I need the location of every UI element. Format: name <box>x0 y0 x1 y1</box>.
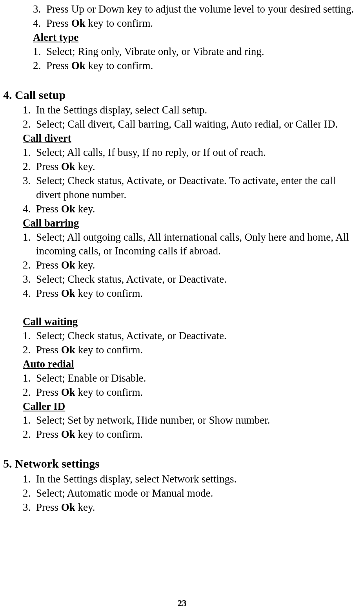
step-text: In the Settings display, select Network … <box>36 472 359 486</box>
bold-key: Ok <box>61 386 75 398</box>
list-item: 2. Press Ok key to confirm. <box>23 428 359 442</box>
section-heading-network-settings: 5. Network settings <box>3 456 362 471</box>
step-text: Press Ok key to confirm. <box>36 287 359 301</box>
text-suffix: key. <box>75 161 95 172</box>
step-number: 3. <box>23 501 36 515</box>
step-number: 3. <box>23 174 36 202</box>
sub-heading-call-barring: Call barring <box>23 216 359 230</box>
step-number: 1. <box>23 472 36 486</box>
bold-key: Ok <box>71 17 86 29</box>
page-number: 23 <box>0 598 364 609</box>
step-number: 4. <box>33 16 46 31</box>
bold-key: Ok <box>61 501 75 513</box>
section-heading-call-setup: 4. Call setup <box>3 87 362 103</box>
list-item: 2. Select; Call divert, Call barring, Ca… <box>23 117 359 132</box>
list-item: 1. In the Settings display, select Netwo… <box>23 472 359 486</box>
text-prefix: Press <box>36 203 61 215</box>
list-item: 4. Press Ok key to confirm. <box>23 287 359 301</box>
bold-key: Ok <box>61 344 75 356</box>
step-number: 1. <box>23 329 36 343</box>
list-item: 1. Select; Set by network, Hide number, … <box>23 413 359 428</box>
step-text: Select; Set by network, Hide number, or … <box>36 413 359 428</box>
text-prefix: Press <box>36 428 61 440</box>
step-text: In the Settings display, select Call set… <box>36 103 359 117</box>
bold-key: Ok <box>61 161 75 172</box>
list-item: 1. Select; Check status, Activate, or De… <box>23 329 359 343</box>
text-prefix: Press <box>36 344 61 356</box>
step-number: 1. <box>23 103 36 117</box>
step-text: Press Ok key to confirm. <box>46 59 362 73</box>
step-text: Press Ok key to confirm. <box>46 16 362 31</box>
text-suffix: key to confirm. <box>75 287 143 299</box>
list-item: 1. Select; Enable or Disable. <box>23 371 359 386</box>
bold-key: Ok <box>71 60 86 71</box>
bold-key: Ok <box>61 428 75 440</box>
intro-block: 3. Press Up or Down key to adjust the vo… <box>33 2 362 73</box>
list-item: 1. In the Settings display, select Call … <box>23 103 359 117</box>
bold-key: Ok <box>61 287 75 299</box>
list-item: 2. Press Ok key to confirm. <box>33 59 362 73</box>
list-item: 1. Select; All outgoing calls, All inter… <box>23 230 359 259</box>
step-text: Select; All outgoing calls, All internat… <box>36 230 359 259</box>
list-item: 2. Press Ok key. <box>23 160 359 174</box>
step-number: 2. <box>23 258 36 272</box>
step-number: 1. <box>23 371 36 386</box>
list-item: 3. Press Ok key. <box>23 501 359 515</box>
step-number: 1. <box>23 146 36 160</box>
list-item: 1. Select; All calls, If busy, If no rep… <box>23 146 359 160</box>
list-item: 1. Select; Ring only, Vibrate only, or V… <box>33 45 362 59</box>
list-item: 4. Press Ok key to confirm. <box>33 16 362 31</box>
list-item: 3. Select; Check status, Activate, or De… <box>23 272 359 287</box>
step-number: 2. <box>23 117 36 132</box>
step-number: 1. <box>23 230 36 259</box>
step-text: Press Ok key to confirm. <box>36 343 359 357</box>
step-number: 4. <box>23 287 36 301</box>
step-number: 1. <box>33 45 46 59</box>
text-suffix: key to confirm. <box>86 60 153 71</box>
step-number: 2. <box>23 343 36 357</box>
step-number: 2. <box>23 428 36 442</box>
page-content: 3. Press Up or Down key to adjust the vo… <box>0 2 364 515</box>
text-prefix: Press <box>36 386 61 398</box>
step-text: Select; Ring only, Vibrate only, or Vibr… <box>46 45 362 59</box>
section-call-setup: 4. Call setup 1. In the Settings display… <box>3 87 362 442</box>
step-text: Press Ok key. <box>36 501 359 515</box>
list-item: 2. Select; Automatic mode or Manual mode… <box>23 486 359 501</box>
step-number: 2. <box>23 386 36 400</box>
section-body: 1. In the Settings display, select Call … <box>23 103 359 442</box>
step-number: 1. <box>23 413 36 428</box>
step-text: Select; Call divert, Call barring, Call … <box>36 117 359 132</box>
step-number: 3. <box>23 272 36 287</box>
text-suffix: key to confirm. <box>75 344 143 356</box>
text-prefix: Press <box>36 259 61 271</box>
step-number: 3. <box>33 2 46 16</box>
list-item: 3. Select; Check status, Activate, or De… <box>23 174 359 202</box>
text-suffix: key. <box>75 259 95 271</box>
step-number: 2. <box>33 59 46 73</box>
step-text: Press Ok key to confirm. <box>36 428 359 442</box>
text-suffix: key to confirm. <box>86 17 153 29</box>
list-item: 2. Press Ok key to confirm. <box>23 343 359 357</box>
sub-heading-alert-type: Alert type <box>33 31 362 45</box>
document-page: 3. Press Up or Down key to adjust the vo… <box>0 0 364 614</box>
text-prefix: Press <box>46 60 71 71</box>
step-text: Select; Check status, Activate, or Deact… <box>36 272 359 287</box>
bold-key: Ok <box>61 259 75 271</box>
bold-key: Ok <box>61 203 75 215</box>
step-number: 4. <box>23 202 36 216</box>
section-body: 1. In the Settings display, select Netwo… <box>23 472 359 515</box>
text-prefix: Press <box>36 161 61 172</box>
step-text: Select; Automatic mode or Manual mode. <box>36 486 359 501</box>
step-text: Press Ok key. <box>36 202 359 216</box>
vertical-gap <box>23 301 359 315</box>
sub-heading-call-waiting: Call waiting <box>23 315 359 329</box>
text-suffix: key to confirm. <box>75 386 143 398</box>
text-prefix: Press <box>36 287 61 299</box>
step-number: 2. <box>23 160 36 174</box>
text-suffix: key. <box>75 501 95 513</box>
step-text: Select; Check status, Activate, or Deact… <box>36 174 359 202</box>
text-prefix: Press <box>36 501 61 513</box>
step-text: Select; Check status, Activate, or Deact… <box>36 329 359 343</box>
list-item: 2. Press Ok key to confirm. <box>23 386 359 400</box>
step-text: Select; Enable or Disable. <box>36 371 359 386</box>
